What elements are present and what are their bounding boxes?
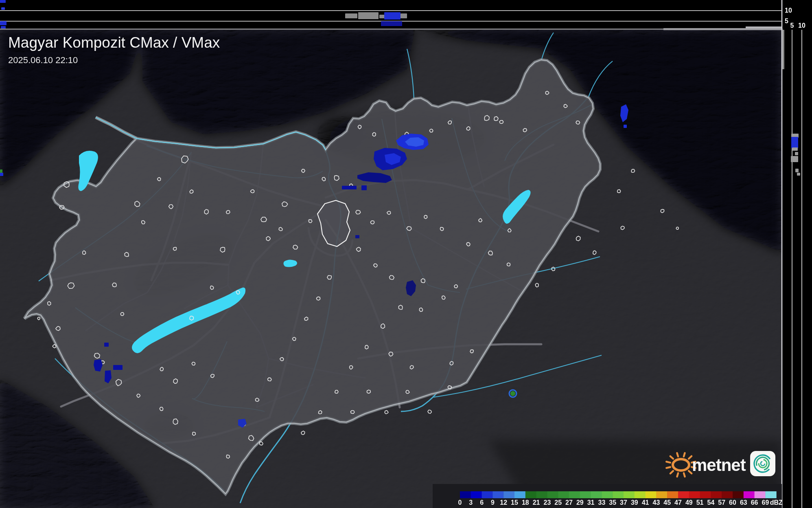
scale-segment <box>700 491 711 498</box>
scale-tick-label: 0 <box>458 499 462 506</box>
scale-segment <box>558 491 569 498</box>
sun-ray <box>666 462 670 462</box>
scale-segment <box>711 491 722 498</box>
right-axis-label-5: 5 <box>790 22 794 29</box>
scale-segment <box>602 491 613 498</box>
radar-echo <box>358 12 379 19</box>
scale-segment <box>646 491 657 498</box>
scale-segment <box>591 491 602 498</box>
scale-segment <box>460 491 471 498</box>
scale-tick-label: 21 <box>533 499 540 506</box>
scale-tick-label: 66 <box>751 499 758 506</box>
scale-segment <box>722 491 733 498</box>
scale-tick-label: 47 <box>674 499 682 506</box>
sun-ray <box>677 473 678 477</box>
dbz-color-scale: 0369121518212325272931333537394143454749… <box>433 484 783 508</box>
scale-tick-label: 54 <box>707 499 715 506</box>
scale-tick-label: 29 <box>576 499 584 506</box>
scale-segment <box>536 491 547 498</box>
radar-echo <box>113 365 123 370</box>
radar-echo <box>401 13 407 18</box>
scale-segment <box>765 491 776 498</box>
radar-echo <box>510 391 515 396</box>
scale-tick-label: 51 <box>696 499 704 506</box>
scale-segment <box>689 491 700 498</box>
metnet-app-icon <box>750 451 775 476</box>
top-profile-panel <box>0 0 812 30</box>
scale-segment <box>580 491 591 498</box>
scale-tick-label: 27 <box>565 499 573 506</box>
radar-echo <box>782 30 784 69</box>
radar-echo <box>361 185 367 190</box>
radar-echo <box>792 147 798 151</box>
scale-segment <box>678 491 689 498</box>
scale-segment <box>471 491 482 498</box>
right-axis-label-10: 10 <box>798 22 805 29</box>
scale-segment <box>656 491 667 498</box>
scale-segment <box>514 491 525 498</box>
radar-app-window: 10 5 5 10 Magyar Kompozit CMax / VMax 20… <box>0 0 812 508</box>
sun-ray <box>666 467 670 468</box>
scale-segment <box>744 491 755 498</box>
scale-tick-label: 9 <box>491 499 495 506</box>
scale-tick-label: 60 <box>729 499 736 506</box>
radar-echo <box>795 152 798 155</box>
radar-echo <box>1 7 5 10</box>
scale-tick-label: 3 <box>469 499 473 506</box>
timestamp: 2025.06.10 22:10 <box>8 55 78 65</box>
scale-segment <box>492 491 503 498</box>
scale-tick-label: 6 <box>480 499 484 506</box>
scale-segment <box>733 491 744 498</box>
radar-echo <box>381 21 402 26</box>
scale-segment <box>624 491 635 498</box>
map-area <box>0 30 782 508</box>
sun-ray <box>677 453 678 457</box>
radar-echo <box>342 186 357 189</box>
top-axis-label-10: 10 <box>785 7 792 14</box>
radar-echo <box>104 343 109 347</box>
scale-segment <box>482 491 493 498</box>
scale-segment <box>503 491 514 498</box>
scale-tick-label: 49 <box>685 499 693 506</box>
scale-tick-label: 25 <box>554 499 562 506</box>
radar-echo <box>795 169 799 172</box>
scale-tick-label: 15 <box>511 499 518 506</box>
map-top-frame-highlight <box>746 26 782 29</box>
scale-segment <box>635 491 646 498</box>
radar-echo <box>624 125 627 128</box>
radar-echo <box>384 12 401 20</box>
right-profile-panel: 10 5 5 10 <box>782 0 812 508</box>
sun-ray <box>684 473 685 477</box>
scale-tick-label: 37 <box>620 499 627 506</box>
scale-unit-label: dBZ <box>770 499 783 506</box>
radar-echo <box>791 137 798 148</box>
radar-echo <box>797 173 800 176</box>
radar-echo <box>791 156 798 162</box>
scale-segment <box>569 491 580 498</box>
radar-echo <box>0 173 3 176</box>
radar-echo <box>345 13 357 18</box>
scale-tick-label: 12 <box>500 499 507 506</box>
radar-composite-canvas: 10 5 5 10 Magyar Kompozit CMax / VMax 20… <box>0 0 812 508</box>
top-axis-label-5: 5 <box>785 18 788 24</box>
sun-ray <box>684 453 685 457</box>
scale-tick-label: 31 <box>587 499 595 506</box>
scale-tick-label: 33 <box>598 499 606 506</box>
radar-echo <box>0 21 7 25</box>
scale-tick-label: 69 <box>762 499 769 506</box>
page-title: Magyar Kompozit CMax / VMax <box>8 34 220 51</box>
scale-tick-label: 45 <box>663 499 671 506</box>
scale-segment <box>755 491 766 498</box>
radar-echo <box>0 0 6 3</box>
scale-tick-label: 35 <box>609 499 616 506</box>
scale-tick-label: 39 <box>631 499 638 506</box>
scale-segment <box>613 491 624 498</box>
scale-tick-label: 57 <box>718 499 725 506</box>
scale-segment <box>525 491 536 498</box>
scale-segment <box>667 491 678 498</box>
logo-wordmark: metnet <box>692 455 746 475</box>
scale-tick-label: 41 <box>642 499 649 506</box>
scale-tick-label: 23 <box>544 499 551 506</box>
scale-tick-label: 43 <box>653 499 660 506</box>
radar-echo <box>379 15 385 18</box>
